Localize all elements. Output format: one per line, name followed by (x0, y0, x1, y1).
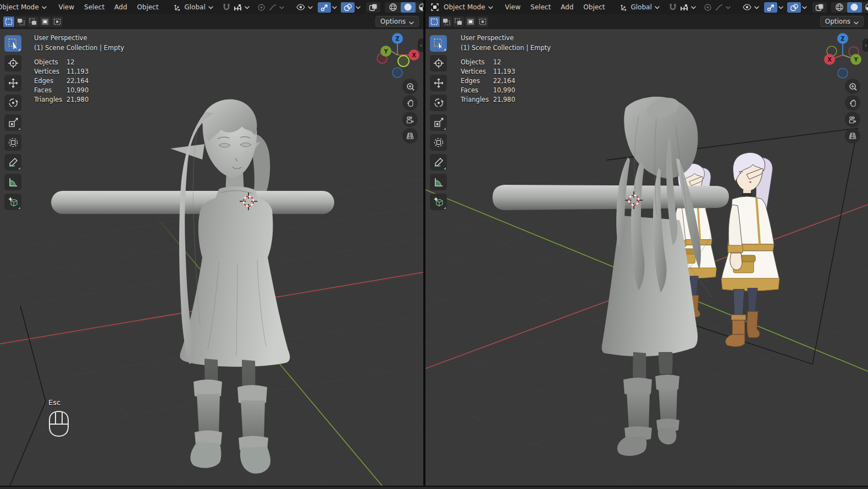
gizmo-dropdown[interactable] (777, 2, 784, 13)
proportional-edit-toggle[interactable] (702, 2, 714, 13)
snap-toggle[interactable] (220, 2, 232, 13)
select-mode-invert[interactable] (40, 17, 51, 27)
zoom-button[interactable] (845, 79, 860, 94)
pan-hand-button[interactable] (402, 95, 418, 111)
shading-wireframe-button[interactable] (832, 2, 847, 13)
stat-value: 10,990 (67, 86, 89, 95)
ortho-grid-button[interactable] (845, 128, 860, 144)
mode-dropdown[interactable]: Object Mode (441, 2, 496, 13)
viewport-3d-left[interactable]: Object Mode View Select Add Object Globa… (0, 0, 423, 486)
tool-move[interactable] (430, 75, 447, 91)
tool-add-cube[interactable] (430, 194, 447, 210)
select-mode-subtract[interactable] (453, 17, 464, 27)
tool-scale[interactable] (4, 114, 21, 131)
model-arm-bar[interactable] (51, 191, 334, 214)
select-mode-extend[interactable] (441, 17, 452, 27)
ortho-grid-button[interactable] (402, 128, 418, 144)
sidebar-collapse-arrow[interactable]: ‹ (418, 39, 423, 52)
show-overlays-toggle[interactable] (787, 2, 801, 13)
tool-scale[interactable] (430, 114, 447, 131)
tool-move[interactable] (4, 75, 21, 91)
options-dropdown[interactable]: Options (820, 16, 864, 27)
select-mode-intersect[interactable] (477, 17, 488, 27)
shading-material-button[interactable] (862, 2, 868, 13)
select-mode-extend[interactable] (15, 17, 26, 27)
tool-measure[interactable] (4, 174, 21, 190)
proportional-falloff-dropdown[interactable] (714, 2, 732, 13)
stat-label: Vertices (461, 67, 493, 76)
gizmo-axis-neg-z[interactable] (392, 68, 402, 78)
menu-select[interactable]: Select (526, 0, 556, 14)
tool-cursor[interactable] (4, 55, 21, 72)
visibility-dropdown[interactable] (295, 2, 314, 13)
camera-view-button[interactable] (402, 112, 418, 127)
shading-solid-button[interactable] (847, 2, 862, 13)
camera-view-button[interactable] (845, 112, 860, 127)
tool-select-box[interactable] (4, 35, 21, 52)
proportional-edit-toggle[interactable] (256, 2, 267, 13)
select-mode-invert[interactable] (465, 17, 476, 27)
snap-toggle[interactable] (667, 2, 678, 13)
tool-rotate[interactable] (4, 95, 21, 111)
snap-settings-dropdown[interactable] (678, 2, 698, 13)
viewport-header-right: Object Mode View Select Add Object Globa… (425, 0, 868, 14)
tool-annotate[interactable] (430, 154, 447, 171)
viewport-3d-right[interactable]: Object Mode View Select Add Object Globa… (425, 0, 868, 486)
shading-material-button[interactable] (416, 2, 423, 13)
select-mode-new[interactable] (3, 17, 14, 27)
tool-select-box[interactable] (430, 35, 447, 52)
toolbar-right (430, 35, 447, 213)
overlays-dropdown[interactable] (801, 2, 808, 13)
shading-mode-group (831, 2, 868, 13)
snap-settings-dropdown[interactable] (232, 2, 251, 13)
xray-toggle[interactable] (366, 2, 380, 13)
gizmo-axis-neg-y[interactable] (398, 56, 409, 67)
select-mode-intersect[interactable] (52, 17, 63, 27)
mode-dropdown[interactable]: Object Mode (0, 2, 49, 13)
show-gizmo-toggle[interactable] (318, 2, 331, 13)
options-dropdown[interactable]: Options (375, 16, 419, 27)
viewport-divider[interactable] (423, 0, 425, 489)
select-mode-subtract[interactable] (27, 17, 38, 27)
menu-select[interactable]: Select (79, 0, 109, 14)
shading-solid-button[interactable] (401, 2, 416, 13)
shading-wireframe-button[interactable] (386, 2, 401, 13)
stat-value: 12 (493, 58, 515, 67)
tool-transform[interactable] (4, 134, 21, 151)
transform-orientation-dropdown[interactable]: Global (617, 2, 662, 13)
stat-value: 21,980 (67, 95, 89, 105)
menu-object[interactable]: Object (578, 0, 610, 14)
tool-cursor[interactable] (430, 55, 447, 72)
tool-add-cube[interactable] (4, 194, 21, 210)
transform-orientation-dropdown[interactable]: Global (171, 2, 215, 13)
gizmo-z-label: Z (395, 36, 399, 42)
tool-measure[interactable] (430, 174, 447, 190)
gizmo-dropdown[interactable] (331, 2, 338, 13)
menu-view[interactable]: View (500, 0, 526, 14)
show-gizmo-toggle[interactable] (764, 2, 777, 13)
show-overlays-toggle[interactable] (341, 2, 355, 13)
tool-annotate[interactable] (4, 154, 21, 171)
menu-add[interactable]: Add (556, 0, 578, 14)
menu-view[interactable]: View (54, 0, 79, 14)
tool-rotate[interactable] (430, 95, 447, 111)
sidebar-collapse-arrow[interactable]: ‹ (863, 39, 868, 52)
nav-gizmo-right[interactable]: X Y Z (818, 31, 867, 83)
nav-gizmo-left[interactable]: Y X Z (373, 31, 422, 83)
overlays-dropdown[interactable] (355, 2, 362, 13)
gizmo-axis-neg-z[interactable] (838, 68, 848, 78)
stat-label: Vertices (34, 67, 67, 76)
zoom-button[interactable] (402, 79, 418, 94)
proportional-falloff-dropdown[interactable] (267, 2, 286, 13)
mode-label: Object Mode (444, 3, 485, 11)
menu-add[interactable]: Add (109, 0, 132, 14)
editor-type-dropdown[interactable] (429, 2, 441, 13)
tool-transform[interactable] (430, 134, 447, 151)
pan-hand-button[interactable] (845, 95, 860, 111)
stat-value: 12 (67, 58, 89, 67)
select-mode-new[interactable] (429, 17, 440, 27)
tool-settings-bar-right: Options (425, 14, 868, 29)
visibility-dropdown[interactable] (741, 2, 761, 13)
xray-toggle[interactable] (812, 2, 827, 13)
menu-object[interactable]: Object (132, 0, 163, 14)
